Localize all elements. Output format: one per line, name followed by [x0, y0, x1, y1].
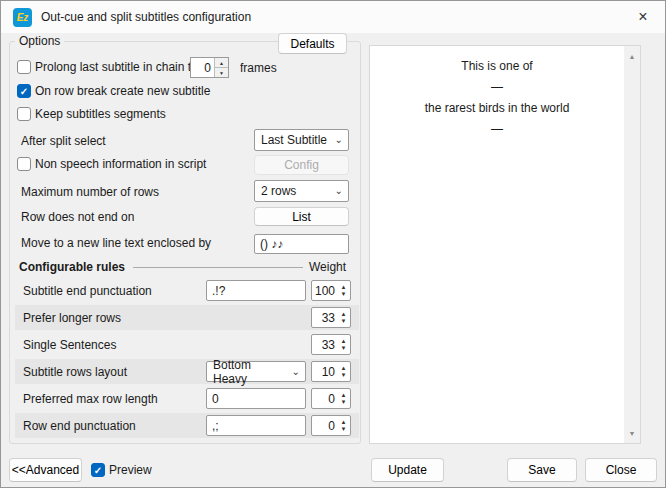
- row-break-label: On row break create new subtitle: [35, 81, 210, 101]
- spin-up-icon[interactable]: ▲: [341, 284, 347, 290]
- prolong-frames-spin-buttons[interactable]: ▲ ▼: [214, 58, 228, 77]
- chevron-down-icon: ⌄: [335, 135, 343, 145]
- rule-label: Prefer longer rows: [23, 305, 121, 330]
- rules-header: Configurable rules: [19, 259, 125, 275]
- max-rows-select[interactable]: 2 rows ⌄: [254, 180, 349, 202]
- max-rows-label: Maximum number of rows: [21, 181, 159, 202]
- scroll-up-icon[interactable]: ▲: [624, 48, 640, 64]
- row-not-end-label: Row does not end on: [21, 207, 134, 227]
- title-bar: Ez Out-cue and split subtitles configura…: [1, 1, 665, 33]
- prolong-frames-spinner[interactable]: 0 ▲ ▼: [190, 57, 229, 78]
- weight-value: 0: [312, 416, 337, 435]
- options-group-label: Options: [15, 34, 64, 48]
- rule-row: Subtitle rows layout Bottom Heavy ⌄ 10 ▲…: [15, 359, 359, 384]
- spin-down-icon[interactable]: ▼: [215, 68, 228, 77]
- scroll-down-icon[interactable]: ▼: [624, 425, 640, 441]
- spin-arrows[interactable]: ▲ ▼: [337, 335, 350, 354]
- rule-label: Subtitle rows layout: [23, 359, 127, 384]
- rule-row: Prefer longer rows 33 ▲ ▼: [15, 305, 359, 330]
- preview-scrollbar[interactable]: ▲ ▼: [624, 46, 640, 443]
- advanced-button[interactable]: <<Advanced: [9, 458, 82, 482]
- rule-row: Single Sentences 33 ▲ ▼: [15, 332, 359, 357]
- preview-line: This is one of: [376, 56, 618, 77]
- rule-label: Single Sentences: [23, 332, 116, 357]
- weight-value: 100: [312, 281, 337, 300]
- subtitle-end-punctuation-input[interactable]: .!?: [206, 280, 306, 301]
- spin-up-icon[interactable]: ▲: [341, 365, 347, 371]
- preview-content: This is one of — the rarest birds in the…: [376, 56, 618, 140]
- preview-checkbox[interactable]: ✓: [91, 463, 105, 477]
- config-button: Config: [254, 155, 349, 175]
- row-end-punctuation-input[interactable]: ,;: [206, 415, 306, 436]
- update-button[interactable]: Update: [371, 458, 444, 482]
- weight-spinner[interactable]: 33 ▲ ▼: [311, 334, 351, 355]
- weight-spinner[interactable]: 0 ▲ ▼: [311, 388, 351, 409]
- preview-separator: —: [376, 119, 618, 140]
- rows-layout-value: Bottom Heavy: [213, 358, 288, 386]
- preview-checkbox-label: Preview: [109, 458, 152, 482]
- close-icon[interactable]: ×: [629, 5, 657, 29]
- spin-down-icon[interactable]: ▼: [341, 372, 347, 378]
- rule-label: Subtitle end punctuation: [23, 278, 152, 303]
- spin-down-icon[interactable]: ▼: [341, 399, 347, 405]
- weight-spinner[interactable]: 10 ▲ ▼: [311, 361, 351, 382]
- non-speech-label: Non speech information in script: [35, 154, 206, 174]
- spin-up-icon[interactable]: ▲: [341, 419, 347, 425]
- close-button[interactable]: Close: [585, 458, 657, 482]
- prolong-suffix-label: frames: [240, 57, 277, 78]
- rows-layout-select[interactable]: Bottom Heavy ⌄: [206, 361, 306, 382]
- chevron-down-icon: ⌄: [335, 186, 343, 196]
- move-new-line-label: Move to a new line text enclosed by: [21, 233, 211, 253]
- spin-arrows[interactable]: ▲ ▼: [337, 389, 350, 408]
- weight-spinner[interactable]: 33 ▲ ▼: [311, 307, 351, 328]
- spin-arrows[interactable]: ▲ ▼: [337, 416, 350, 435]
- after-split-value: Last Subtitle: [261, 133, 327, 147]
- after-split-select[interactable]: Last Subtitle ⌄: [254, 129, 349, 151]
- prolong-label: Prolong last subtitle in chain to: [35, 57, 198, 77]
- keep-segments-checkbox[interactable]: [17, 107, 31, 121]
- spin-down-icon[interactable]: ▼: [341, 318, 347, 324]
- preview-panel: This is one of — the rarest birds in the…: [369, 45, 641, 444]
- weight-spinner[interactable]: 0 ▲ ▼: [311, 415, 351, 436]
- weight-header: Weight: [309, 259, 346, 275]
- spin-up-icon[interactable]: ▲: [341, 392, 347, 398]
- move-new-line-input[interactable]: () ♪♪: [254, 234, 349, 254]
- weight-value: 33: [312, 308, 337, 327]
- spin-down-icon[interactable]: ▼: [341, 426, 347, 432]
- keep-segments-label: Keep subtitles segments: [35, 104, 166, 124]
- rules-header-line: [133, 267, 303, 268]
- spin-down-icon[interactable]: ▼: [341, 345, 347, 351]
- non-speech-checkbox[interactable]: [17, 157, 31, 171]
- weight-spinner[interactable]: 100 ▲ ▼: [311, 280, 351, 301]
- max-rows-value: 2 rows: [261, 184, 296, 198]
- weight-value: 10: [312, 362, 337, 381]
- spin-arrows[interactable]: ▲ ▼: [337, 281, 350, 300]
- prolong-checkbox[interactable]: [17, 60, 31, 74]
- dialog-window: Ez Out-cue and split subtitles configura…: [0, 0, 666, 488]
- rule-row: Row end punctuation ,; 0 ▲ ▼: [15, 413, 359, 438]
- save-button[interactable]: Save: [507, 458, 577, 482]
- preview-line: the rarest birds in the world: [376, 98, 618, 119]
- spin-up-icon[interactable]: ▲: [341, 311, 347, 317]
- spin-arrows[interactable]: ▲ ▼: [337, 362, 350, 381]
- spin-arrows[interactable]: ▲ ▼: [337, 308, 350, 327]
- rule-label: Preferred max row length: [23, 386, 158, 411]
- defaults-button[interactable]: Defaults: [278, 33, 347, 54]
- after-split-label: After split select: [21, 130, 106, 151]
- row-break-checkbox[interactable]: ✓: [17, 84, 31, 98]
- rule-label: Row end punctuation: [23, 413, 136, 438]
- window-title: Out-cue and split subtitles configuratio…: [41, 1, 251, 33]
- prolong-frames-value: 0: [191, 58, 214, 77]
- list-button[interactable]: List: [254, 207, 349, 226]
- chevron-down-icon: ⌄: [292, 367, 300, 377]
- spin-down-icon[interactable]: ▼: [341, 291, 347, 297]
- weight-value: 33: [312, 335, 337, 354]
- spin-up-icon[interactable]: ▲: [341, 338, 347, 344]
- rule-row: Preferred max row length 0 0 ▲ ▼: [15, 386, 359, 411]
- app-icon: Ez: [13, 8, 32, 27]
- spin-up-icon[interactable]: ▲: [215, 58, 228, 68]
- rule-row: Subtitle end punctuation .!? 100 ▲ ▼: [15, 278, 359, 303]
- preview-separator: —: [376, 77, 618, 98]
- max-row-length-input[interactable]: 0: [206, 388, 306, 409]
- weight-value: 0: [312, 389, 337, 408]
